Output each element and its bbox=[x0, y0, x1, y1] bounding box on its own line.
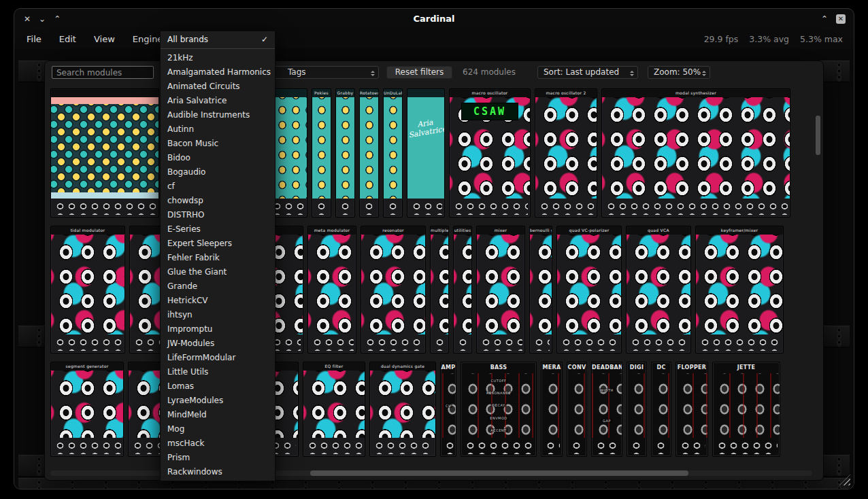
brand-menu-item[interactable]: Little Utils bbox=[161, 365, 275, 379]
shade-icon[interactable]: ⌃ bbox=[821, 14, 828, 24]
module-card-bernoulli-gate[interactable]: bernoulli gate bbox=[529, 226, 552, 354]
brand-menu-item[interactable]: LifeFormModular bbox=[161, 351, 275, 365]
module-card-rotatoes[interactable]: Rotatoes bbox=[359, 88, 379, 218]
module-card-quad-vca[interactable]: quad VCA bbox=[626, 226, 691, 354]
brand-menu-item[interactable]: Mog bbox=[161, 422, 275, 436]
module-card-resonator[interactable]: resonator bbox=[361, 226, 426, 354]
module-jacks bbox=[305, 439, 363, 454]
menu-view[interactable]: View bbox=[94, 34, 115, 44]
brand-menu-item[interactable]: Lomas bbox=[161, 379, 275, 394]
module-card-deadband[interactable]: DEADBANDWIDTHGAP bbox=[591, 362, 622, 457]
module-title: JETTE bbox=[713, 362, 780, 373]
module-card[interactable]: Aria Salvatrice bbox=[407, 88, 445, 218]
module-card-jette[interactable]: JETTE bbox=[712, 362, 780, 457]
search-input[interactable] bbox=[52, 66, 154, 79]
menu-item-all-brands[interactable]: All brands ✓ bbox=[161, 31, 275, 47]
brand-menu-item[interactable]: Amalgamated Harmonics bbox=[161, 65, 275, 80]
module-card-conv[interactable]: CONV bbox=[567, 362, 587, 457]
module-card-macro-oscillator-2[interactable]: macro oscillator 2 bbox=[535, 88, 597, 218]
brand-menu-item[interactable]: Aria Salvatrice bbox=[161, 94, 275, 108]
brand-menu-item[interactable]: cf bbox=[161, 179, 275, 194]
module-card-meta-modulator[interactable]: meta modulator bbox=[307, 226, 356, 354]
module-card-keyframer-mixer[interactable]: keyframer/mixer bbox=[695, 226, 784, 354]
brand-menu-item[interactable]: E-Series bbox=[161, 222, 275, 237]
module-jacks bbox=[559, 336, 619, 351]
module-card-dc[interactable]: DC bbox=[651, 362, 671, 457]
module-card-utilities[interactable]: utilities bbox=[453, 226, 472, 354]
dropdown-arrows-icon bbox=[630, 69, 634, 78]
close-box-icon[interactable]: ✕ bbox=[836, 14, 846, 24]
brand-menu-item[interactable]: Autinn bbox=[161, 122, 275, 137]
module-title: utilities bbox=[454, 226, 471, 235]
menu-file[interactable]: File bbox=[27, 34, 41, 44]
module-card-digi[interactable]: DIGI bbox=[627, 362, 647, 457]
brand-menu-item[interactable]: Grande bbox=[161, 279, 275, 294]
module-panel bbox=[535, 97, 597, 199]
module-title bbox=[407, 89, 444, 97]
module-jacks bbox=[479, 336, 522, 351]
module-card-mera[interactable]: MERA bbox=[541, 362, 563, 457]
brand-menu-item[interactable]: Bacon Music bbox=[161, 137, 275, 151]
brand-menu-item[interactable]: Bidoo bbox=[161, 151, 275, 165]
module-panel bbox=[567, 373, 586, 438]
module-card-macro-oscillator[interactable]: macro oscillatorCSAW bbox=[449, 88, 531, 218]
module-card-modal-synthesizer[interactable]: modal synthesizer bbox=[601, 88, 790, 218]
module-card-eq-filter[interactable]: EQ filter bbox=[303, 362, 365, 457]
module-card[interactable] bbox=[50, 88, 159, 218]
vertical-scrollbar[interactable] bbox=[816, 116, 820, 155]
brand-menu-item[interactable]: 21kHz bbox=[161, 51, 275, 65]
module-card-quad-vc-polarizer[interactable]: quad VC-polarizer bbox=[556, 226, 622, 354]
menu-engine[interactable]: Engine bbox=[133, 34, 163, 44]
module-card-pokies[interactable]: Pokies bbox=[312, 88, 331, 218]
module-jacks bbox=[594, 439, 620, 454]
module-card-dual-dynamics-gate[interactable]: dual dynamics gate bbox=[369, 362, 436, 457]
brand-menu-item[interactable]: ihtsyn bbox=[161, 308, 275, 322]
zoom-select-label: Zoom: 50% bbox=[654, 67, 701, 77]
brand-menu-item[interactable]: Prism bbox=[161, 451, 275, 465]
module-jacks bbox=[410, 200, 442, 215]
module-card-bass[interactable]: BASSCUTOFFRESONANCEDECAYENVMODACCENT bbox=[461, 362, 537, 457]
brand-menu-item[interactable]: Fehler Fabrik bbox=[161, 251, 275, 265]
menu-separator bbox=[161, 48, 275, 49]
module-jacks bbox=[53, 336, 122, 351]
reset-filters-button[interactable]: Reset filters bbox=[386, 66, 452, 79]
module-title: DEADBAND bbox=[592, 362, 622, 373]
module-panel bbox=[627, 235, 690, 334]
module-card-mixer[interactable]: mixer bbox=[476, 226, 525, 354]
brand-menu-item[interactable]: JW-Modules bbox=[161, 337, 275, 351]
module-card-tidal-modulator[interactable]: tidal modulator bbox=[50, 226, 125, 354]
zoom-select[interactable]: Zoom: 50% bbox=[648, 66, 710, 79]
brand-menu-item[interactable]: mscHack bbox=[161, 436, 275, 451]
brand-menu-item[interactable]: Impromptu bbox=[161, 322, 275, 337]
module-panel bbox=[557, 235, 621, 334]
module-panel bbox=[676, 373, 707, 438]
brand-menu-item[interactable]: Audible Instruments bbox=[161, 108, 275, 122]
brand-menu-item[interactable]: DISTRHO bbox=[161, 208, 275, 222]
brand-menu-item[interactable]: Rackwindows bbox=[161, 465, 275, 479]
brand-menu-item[interactable]: LyraeModules bbox=[161, 394, 275, 408]
brand-menu-item[interactable]: MindMeld bbox=[161, 408, 275, 422]
sort-select[interactable]: Sort: Last updated bbox=[537, 66, 638, 79]
brand-menu-item[interactable]: chowdsp bbox=[161, 194, 275, 208]
module-card-undular[interactable]: UnDuLaR bbox=[383, 88, 403, 218]
brand-menu-item[interactable]: HetrickCV bbox=[161, 294, 275, 308]
module-title: quad VCA bbox=[627, 226, 690, 235]
module-card-grabby[interactable]: Grabby bbox=[335, 88, 355, 218]
module-card-multiples[interactable]: multiples bbox=[430, 226, 449, 354]
module-panel bbox=[360, 97, 378, 199]
module-jacks bbox=[532, 336, 550, 351]
horizontal-scrollbar[interactable] bbox=[310, 470, 688, 476]
module-jacks bbox=[629, 336, 688, 351]
module-title: modal synthesizer bbox=[602, 89, 790, 97]
module-card-amp[interactable]: AMPCV bbox=[440, 362, 456, 457]
brand-menu-item[interactable]: Glue the Giant bbox=[161, 265, 275, 279]
menu-edit[interactable]: Edit bbox=[59, 34, 76, 44]
brand-menu-item[interactable]: Bogaudio bbox=[161, 165, 275, 179]
brand-list: 21kHzAmalgamated HarmonicsAnimated Circu… bbox=[161, 51, 275, 479]
brand-menu-item[interactable]: Animated Circuits bbox=[161, 80, 275, 94]
module-card-flopper[interactable]: FLOPPER bbox=[675, 362, 708, 457]
brand-menu-item[interactable]: Expert Sleepers bbox=[161, 237, 275, 251]
all-brands-label: All brands bbox=[167, 35, 208, 44]
module-card-segment-generator[interactable]: segment generator bbox=[50, 362, 124, 457]
module-title: keyframer/mixer bbox=[696, 226, 783, 235]
